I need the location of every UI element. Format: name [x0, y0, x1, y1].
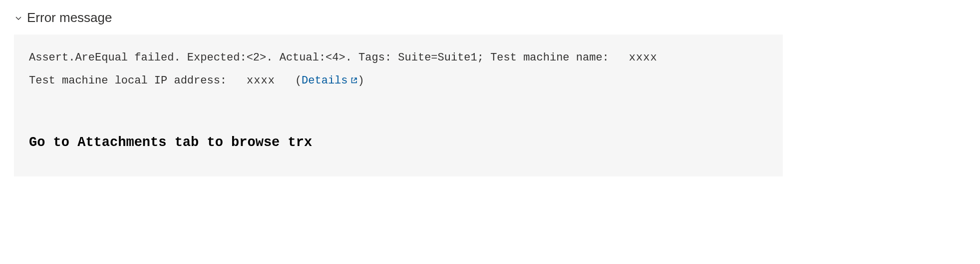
message-line-2: Test machine local IP address:xxxx(Detai… [29, 70, 768, 94]
message-line-1: Assert.AreEqual failed. Expected:<2>. Ac… [29, 46, 768, 70]
paren-close: ) [358, 74, 364, 87]
error-message-body: Assert.AreEqual failed. Expected:<2>. Ac… [14, 34, 783, 176]
error-message-header[interactable]: Error message [14, 10, 966, 26]
machine-name-masked: xxxx [629, 52, 657, 64]
details-link-label: Details [302, 74, 347, 87]
assert-text: Assert.AreEqual failed. Expected:<2>. Ac… [29, 52, 609, 64]
attachments-hint: Go to Attachments tab to browse trx [29, 134, 768, 152]
chevron-down-icon [14, 14, 23, 22]
details-link[interactable]: Details [302, 74, 357, 87]
ip-address-masked: xxxx [247, 74, 275, 87]
section-title: Error message [27, 10, 112, 26]
ip-label: Test machine local IP address: [29, 74, 227, 87]
paren-open: ( [295, 74, 302, 87]
external-link-icon [350, 70, 358, 94]
